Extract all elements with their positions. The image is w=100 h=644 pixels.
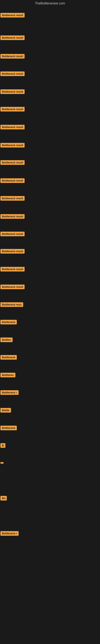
list-item: Bottlenec [0,373,15,378]
bottleneck-badge: Bottleneck result [0,214,25,219]
list-item: Bottleneck result [0,214,25,220]
list-item: Bottleneck result [0,160,25,166]
bottleneck-badge: Bottleneck result [0,143,25,148]
bottleneck-badge: Bottleneck resu [0,302,23,307]
bottleneck-badge: Bottleneck result [0,249,25,254]
bottleneck-badge: Bottleneck result [0,284,25,289]
list-item: Bottleneck result [0,36,25,41]
bottleneck-badge: Bottleneck result [0,178,25,183]
bottleneck-badge: Bottleneck result [0,54,25,58]
list-item: Bottleneck result [0,196,25,202]
list-item: Bottleneck result [0,143,25,148]
list-item: Bottleneck result [0,267,25,272]
list-item: Bottleneck r [0,390,19,396]
list-item: Bottleneck [0,320,17,325]
bottleneck-badge: Bottle [0,408,11,412]
bottleneck-badge: Bottleneck result [0,267,25,272]
list-item: Bottleneck result [0,178,25,184]
bottleneck-badge: Bottleneck result [0,13,25,18]
bottleneck-badge: Bottleneck result [0,196,25,201]
list-item: Bottleneck result [0,107,25,112]
list-item: Bottleneck result [0,125,25,130]
list-item: Bo [0,496,7,501]
list-item: Bottlen [0,338,13,343]
bottleneck-badge: Bo [0,496,7,500]
list-item: B [0,443,5,448]
bottleneck-badge: Bottleneck result [0,36,25,40]
bottleneck-badge [0,462,3,464]
list-item: Bottleneck result [0,249,25,254]
bottleneck-badge: Bottleneck [0,355,17,360]
bottleneck-badge: Bottlenec [0,373,15,377]
list-item: Bottleneck result [0,89,25,95]
bottleneck-badge: Bottleneck r [0,390,19,395]
bottleneck-badge: Bottlen [0,338,13,342]
list-item: Bottleneck [0,426,17,431]
list-item: Bottleneck result [0,284,25,290]
list-item: Bottleneck [0,355,17,360]
bottleneck-badge: Bottleneck r [0,531,19,536]
list-item: Bottle [0,408,11,413]
list-item: Bottleneck result [0,13,25,18]
list-item: Bottleneck result [0,54,25,59]
site-title: TheBottlenecker.com [0,0,100,7]
bottleneck-badge: Bottleneck result [0,89,25,94]
bottleneck-badge: Bottleneck result [0,160,25,165]
bottleneck-badge: Bottleneck [0,426,17,430]
list-item: Bottleneck result [0,232,25,237]
bottleneck-badge: Bottleneck [0,320,17,324]
bottleneck-badge: Bottleneck result [0,125,25,130]
list-item: Bottleneck resu [0,302,23,308]
list-item [0,461,3,464]
bottleneck-badge: Bottleneck result [0,232,25,236]
list-item: Bottleneck r [0,531,19,536]
bottleneck-badge: B [0,443,5,448]
bottleneck-badge: Bottleneck result [0,72,25,76]
list-item: Bottleneck result [0,72,25,77]
bottleneck-badge: Bottleneck result [0,107,25,112]
